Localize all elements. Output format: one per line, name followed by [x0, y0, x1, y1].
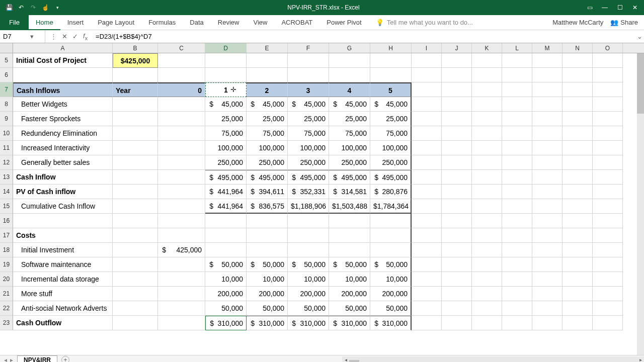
- row-header[interactable]: 18: [0, 243, 13, 257]
- sheet-nav-prev-icon[interactable]: ◂: [4, 356, 7, 363]
- cell[interactable]: [472, 170, 502, 185]
- minimize-icon[interactable]: —: [601, 4, 609, 12]
- cell[interactable]: [472, 112, 502, 126]
- sheet-nav-next-icon[interactable]: ▸: [10, 356, 13, 363]
- horizontal-scrollbar[interactable]: ◂ ▸: [342, 356, 644, 363]
- cell[interactable]: [205, 53, 247, 68]
- cell[interactable]: 25,000: [205, 112, 247, 126]
- touch-mode-icon[interactable]: ☝: [41, 4, 49, 12]
- cell[interactable]: [288, 243, 329, 257]
- cell[interactable]: [158, 68, 205, 82]
- cell[interactable]: $836,575: [247, 199, 288, 214]
- insert-function-icon[interactable]: fx: [83, 32, 88, 41]
- cell[interactable]: Incremental data storage: [13, 272, 113, 287]
- cell[interactable]: [158, 257, 205, 272]
- col-header-c[interactable]: C: [158, 43, 205, 53]
- cell[interactable]: [593, 199, 623, 214]
- cell[interactable]: [502, 112, 532, 126]
- cell[interactable]: [158, 170, 205, 185]
- cell[interactable]: [412, 170, 442, 185]
- cell[interactable]: 5: [370, 82, 412, 97]
- cell[interactable]: [442, 228, 472, 243]
- cell[interactable]: [472, 272, 502, 287]
- cell[interactable]: [442, 112, 472, 126]
- cell[interactable]: [412, 141, 442, 155]
- cell-d7-selected[interactable]: 1: [205, 82, 247, 97]
- cell[interactable]: [593, 126, 623, 141]
- cell[interactable]: [593, 272, 623, 287]
- cell[interactable]: $310,000: [329, 316, 370, 330]
- cell[interactable]: Initial Investment: [13, 243, 113, 257]
- cell[interactable]: 10,000: [288, 272, 329, 287]
- cell[interactable]: $50,000: [247, 257, 288, 272]
- formula-input[interactable]: =D23/(1+$B$4)^D7: [93, 33, 635, 40]
- cell[interactable]: [593, 112, 623, 126]
- cell[interactable]: 200,000: [247, 287, 288, 301]
- cell[interactable]: [412, 228, 442, 243]
- cell[interactable]: [442, 170, 472, 185]
- cell[interactable]: [329, 53, 370, 68]
- cell[interactable]: [502, 97, 532, 112]
- cell[interactable]: 50,000: [370, 301, 412, 316]
- cell[interactable]: 200,000: [370, 287, 412, 301]
- row-header[interactable]: 11: [0, 141, 13, 155]
- row-header[interactable]: 6: [0, 68, 13, 82]
- cell[interactable]: [113, 243, 158, 257]
- cell[interactable]: [113, 126, 158, 141]
- cell[interactable]: [113, 228, 158, 243]
- cell[interactable]: [288, 68, 329, 82]
- ribbon-display-icon[interactable]: ▭: [586, 4, 594, 12]
- cell[interactable]: 50,000: [288, 301, 329, 316]
- cell[interactable]: [329, 228, 370, 243]
- cell[interactable]: [288, 214, 329, 228]
- cell[interactable]: [113, 199, 158, 214]
- cell[interactable]: $441,964: [205, 199, 247, 214]
- cell[interactable]: [472, 228, 502, 243]
- cancel-formula-icon[interactable]: ✕: [62, 33, 67, 40]
- cell[interactable]: [113, 97, 158, 112]
- save-icon[interactable]: 💾: [5, 4, 13, 12]
- cell[interactable]: $310,000: [247, 316, 288, 330]
- cell[interactable]: $441,964: [205, 185, 247, 199]
- row-header[interactable]: 12: [0, 155, 13, 170]
- cell[interactable]: 200,000: [288, 287, 329, 301]
- cell[interactable]: [532, 257, 562, 272]
- cell[interactable]: $310,000: [205, 316, 247, 330]
- cell[interactable]: [593, 287, 623, 301]
- cell[interactable]: [472, 257, 502, 272]
- scroll-left-icon[interactable]: ◂: [342, 357, 349, 362]
- cell[interactable]: $50,000: [370, 257, 412, 272]
- cell[interactable]: [532, 53, 562, 68]
- cell[interactable]: 250,000: [329, 155, 370, 170]
- cell[interactable]: [412, 257, 442, 272]
- cell[interactable]: [158, 97, 205, 112]
- tab-data[interactable]: Data: [183, 15, 210, 30]
- cell[interactable]: [532, 97, 562, 112]
- cell[interactable]: [158, 316, 205, 330]
- cell[interactable]: [502, 214, 532, 228]
- cell[interactable]: [13, 214, 113, 228]
- cell[interactable]: 10,000: [329, 272, 370, 287]
- cell[interactable]: $45,000: [205, 97, 247, 112]
- cell[interactable]: [205, 243, 247, 257]
- cell[interactable]: [412, 155, 442, 170]
- cell[interactable]: Redundency Elimination: [13, 126, 113, 141]
- tab-page-layout[interactable]: Page Layout: [91, 15, 141, 30]
- cell[interactable]: [442, 199, 472, 214]
- cell[interactable]: [158, 155, 205, 170]
- cell[interactable]: 25,000: [329, 112, 370, 126]
- cell[interactable]: [472, 97, 502, 112]
- col-header-b[interactable]: B: [113, 43, 158, 53]
- cell[interactable]: [562, 287, 593, 301]
- cell[interactable]: 100,000: [205, 141, 247, 155]
- cell[interactable]: $495,000: [205, 170, 247, 185]
- cell[interactable]: [532, 141, 562, 155]
- col-header-f[interactable]: F: [288, 43, 329, 53]
- cell[interactable]: [502, 199, 532, 214]
- cell[interactable]: [442, 97, 472, 112]
- cell[interactable]: [502, 185, 532, 199]
- cell[interactable]: [442, 141, 472, 155]
- cell[interactable]: 100,000: [247, 141, 288, 155]
- cell[interactable]: [329, 214, 370, 228]
- name-box[interactable]: D7 ▾: [0, 30, 45, 43]
